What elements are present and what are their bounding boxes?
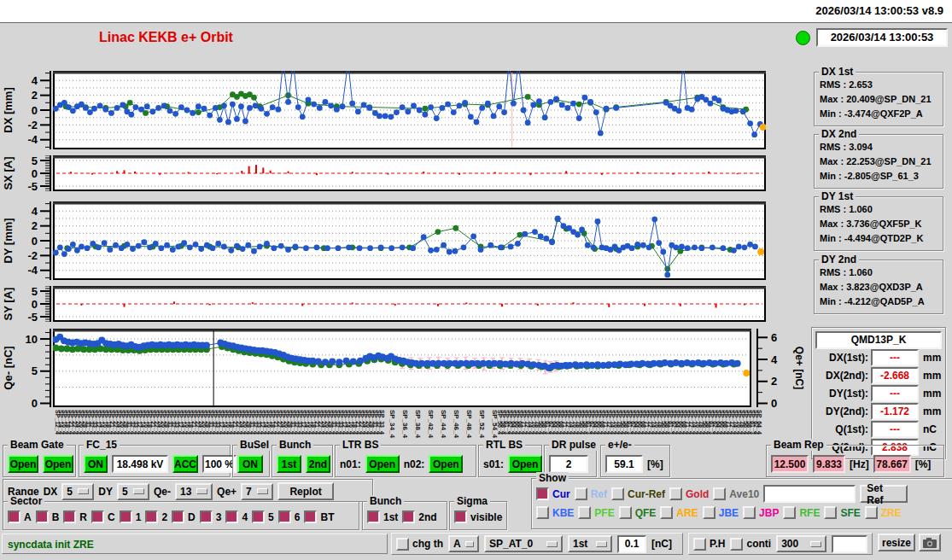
show-jbp-checkbox[interactable]: JBP xyxy=(743,506,779,519)
checkbox-icon xyxy=(172,510,184,523)
beam-gate-open-button[interactable]: Open xyxy=(43,455,73,473)
plot-sy[interactable] xyxy=(53,286,766,322)
show-pfe-checkbox[interactable]: PFE xyxy=(578,506,614,519)
fc-15-on-button[interactable]: ON xyxy=(84,455,108,473)
bunch-2nd-checkbox[interactable]: 2nd xyxy=(402,510,436,523)
bpm-label: SP_52_4 xyxy=(478,410,485,438)
plot-qe[interactable] xyxy=(53,329,751,407)
monitor-row-value: -1.172 xyxy=(871,403,919,420)
bunch-gate-1st-button[interactable]: 1st xyxy=(277,455,301,473)
sector-r-checkbox[interactable]: R xyxy=(63,510,87,523)
show-set-ref-button[interactable]: Set Ref xyxy=(860,485,908,503)
show-input-input[interactable] xyxy=(763,485,856,503)
acquisition-input-input[interactable] xyxy=(832,535,867,553)
acquisition-p-h-checkbox[interactable]: P.H xyxy=(693,538,725,551)
range-7-dropdown[interactable]: 7 xyxy=(241,483,273,500)
threshold-chg-th-checkbox[interactable]: chg th xyxy=(396,538,443,551)
e-ratio-59-1-field[interactable]: 59.1 xyxy=(605,455,643,473)
camera-button[interactable] xyxy=(919,534,941,551)
dropdown-indicator-icon xyxy=(596,541,607,547)
show-jbe-checkbox[interactable]: JBE xyxy=(703,506,739,519)
show-ref-checkbox-label: Ref xyxy=(591,488,607,500)
show-cur-checkbox[interactable]: Cur xyxy=(536,487,570,500)
group-bunch-gate: Bunch1st2nd xyxy=(272,445,333,477)
svg-text:6: 6 xyxy=(771,331,777,344)
checkbox-icon xyxy=(783,506,796,519)
sector-2-checkbox[interactable]: 2 xyxy=(145,510,167,523)
show-are-checkbox[interactable]: ARE xyxy=(660,506,698,519)
threshold-0-1-input[interactable]: 0.1 xyxy=(617,535,646,553)
plot-dy[interactable] xyxy=(53,201,766,280)
fc-15-acc-button[interactable]: ACC xyxy=(172,455,198,473)
show-ave10-checkbox[interactable]: Ave10 xyxy=(713,487,759,500)
plot-sx[interactable] xyxy=(53,155,766,191)
sector-5-checkbox[interactable]: 5 xyxy=(252,510,274,523)
window-titlebar: 2026/03/14 13:00:53 v8.9 xyxy=(0,0,952,22)
svg-text:Qe+ [nC]: Qe+ [nC] xyxy=(793,347,805,389)
sigma-visible-checkbox[interactable]: visible xyxy=(454,510,502,523)
threshold-1st-dropdown[interactable]: 1st xyxy=(568,535,612,552)
stats-panel-title: DY 1st xyxy=(819,190,856,202)
bottom-bar: syncdata init ZREchg thASP_AT_01st0.1[nC… xyxy=(0,532,952,556)
range-13-dropdown[interactable]: 13 xyxy=(175,483,213,500)
show-sfe-checkbox[interactable]: SFE xyxy=(824,506,860,519)
range-label-qe: Qe- xyxy=(154,486,171,498)
range-label-dy: DY xyxy=(98,486,113,498)
ltr-bs-open-button[interactable]: Open xyxy=(429,455,463,473)
group-range: RangeDX5DY5Qe-13Qe+7Replot xyxy=(3,479,373,502)
show-zre-checkbox[interactable]: ZRE xyxy=(865,506,902,519)
show-kbe-checkbox[interactable]: KBE xyxy=(536,506,574,519)
bunch-gate-2nd-button[interactable]: 2nd xyxy=(306,455,330,473)
show-gold-checkbox[interactable]: Gold xyxy=(669,487,709,500)
svg-text:DY [mm]: DY [mm] xyxy=(2,218,15,263)
stats-panel-dy-1st: DY 1stRMS : 1.060Max : 3.736@QXF5P_KMin … xyxy=(814,196,943,251)
show-rfe-checkbox[interactable]: RFE xyxy=(783,506,820,519)
dr-pulse-2-field[interactable]: 2 xyxy=(549,455,588,473)
beam-rep-9-833-field: 9.833 xyxy=(813,455,845,473)
timestamp-display: 2026/03/14 13:00:53 xyxy=(816,28,948,47)
checkbox-icon xyxy=(278,510,291,523)
checkbox-icon xyxy=(252,510,265,523)
svg-text:-4: -4 xyxy=(27,264,38,277)
threshold-sp-at-0-dropdown[interactable]: SP_AT_0 xyxy=(484,535,563,552)
bunch-1st-checkbox[interactable]: 1st xyxy=(367,510,398,523)
range-5-dropdown[interactable]: 5 xyxy=(117,483,149,500)
monitor-name[interactable]: QMD13P_K xyxy=(815,331,942,349)
bpm-label: SP_42_4 xyxy=(427,410,434,438)
fc-15-100-field[interactable]: 100 % xyxy=(202,455,237,473)
sector-3-checkbox[interactable]: 3 xyxy=(200,510,222,523)
dropdown-indicator-icon xyxy=(257,488,268,494)
ltr-bs-open-button[interactable]: Open xyxy=(365,455,400,473)
show-ref-checkbox[interactable]: Ref xyxy=(575,487,607,500)
checkbox-icon xyxy=(367,510,380,523)
range-5-dropdown[interactable]: 5 xyxy=(61,483,94,500)
monitor-row-value: -2.668 xyxy=(871,367,919,384)
sector-1-checkbox[interactable]: 1 xyxy=(120,510,142,523)
beam-gate-open-button[interactable]: Open xyxy=(8,455,38,473)
sector-6-checkbox[interactable]: 6 xyxy=(278,510,301,523)
plot-dx[interactable] xyxy=(53,71,766,149)
fc-15-18-498-kv-field[interactable]: 18.498 kV xyxy=(112,455,168,473)
stats-row: RMS : 1.060 xyxy=(815,265,943,280)
show-ave10-checkbox-label: Ave10 xyxy=(729,488,759,500)
rtl-bs-open-button[interactable]: Open xyxy=(508,455,542,473)
show-cur-ref-checkbox[interactable]: Cur-Ref xyxy=(611,487,665,500)
sector-d-checkbox[interactable]: D xyxy=(172,510,196,523)
sector-b-checkbox[interactable]: B xyxy=(36,510,60,523)
sector-c-checkbox[interactable]: C xyxy=(91,510,115,523)
sector-a-checkbox[interactable]: A xyxy=(8,510,32,523)
sector-bt-checkbox[interactable]: BT xyxy=(304,510,334,523)
cluster-acquisition: P.Hconti300 xyxy=(688,533,873,555)
cluster-threshold: chg thASP_AT_01st0.1[nC] xyxy=(391,533,683,555)
range-replot-button[interactable]: Replot xyxy=(277,482,334,500)
acquisition-300-dropdown[interactable]: 300 xyxy=(776,535,826,552)
show-qfe-checkbox[interactable]: QFE xyxy=(619,506,657,519)
acquisition-conti-checkbox[interactable]: conti xyxy=(730,538,771,551)
bpm-label: SP_44_4 xyxy=(440,410,447,438)
threshold-a-dropdown[interactable]: A xyxy=(448,535,479,552)
sector-4-checkbox[interactable]: 4 xyxy=(225,510,248,523)
sector-b-checkbox-label: B xyxy=(52,511,60,523)
busel-on-button[interactable]: ON xyxy=(237,455,263,473)
resize-button[interactable]: resize xyxy=(878,534,915,551)
bpm-label: SP_48_4 xyxy=(465,410,472,438)
